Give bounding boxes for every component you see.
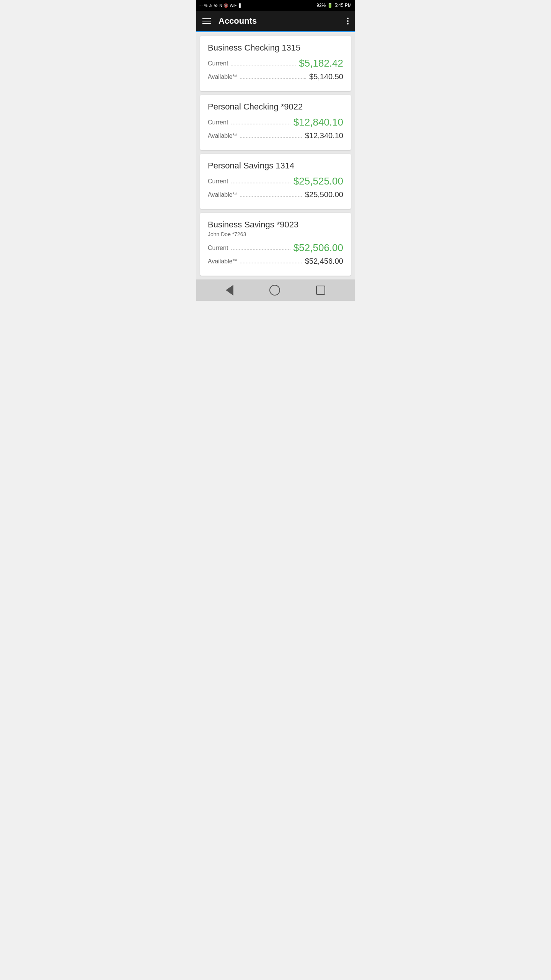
signal-icon: ▋ xyxy=(239,3,242,8)
available-balance-row-1: Available** $5,140.50 xyxy=(208,72,343,81)
available-dots-3 xyxy=(240,193,302,197)
more-options-button[interactable] xyxy=(347,18,349,24)
current-dots-3 xyxy=(231,180,290,183)
hamburger-menu-button[interactable] xyxy=(202,18,211,24)
current-balance-row-2: Current $12,840.10 xyxy=(208,116,343,128)
accounts-list: Business Checking 1315 Current $5,182.42… xyxy=(196,32,355,279)
more-dot-3 xyxy=(347,23,349,24)
available-dots-2 xyxy=(240,134,302,138)
current-label-1: Current xyxy=(208,60,228,67)
home-icon xyxy=(269,285,280,296)
account-name-4: Business Savings *9023 xyxy=(208,220,343,230)
current-balance-row-3: Current $25,525.00 xyxy=(208,175,343,187)
account-card-3[interactable]: Personal Savings 1314 Current $25,525.00… xyxy=(200,154,351,209)
current-label-4: Current xyxy=(208,245,228,252)
available-amount-3: $25,500.00 xyxy=(305,190,343,199)
battery-percentage: 92% xyxy=(316,3,326,8)
account-card-4[interactable]: Business Savings *9023 John Doe *7263 Cu… xyxy=(200,213,351,276)
account-card-2[interactable]: Personal Checking *9022 Current $12,840.… xyxy=(200,95,351,150)
available-label-2: Available** xyxy=(208,132,237,139)
account-card-1[interactable]: Business Checking 1315 Current $5,182.42… xyxy=(200,36,351,91)
current-label-3: Current xyxy=(208,178,228,185)
current-amount-1: $5,182.42 xyxy=(299,57,343,69)
mute-icon: 🔇 xyxy=(223,3,228,8)
back-button[interactable] xyxy=(223,282,236,299)
current-amount-2: $12,840.10 xyxy=(293,116,343,128)
account-name-2: Personal Checking *9022 xyxy=(208,102,343,112)
hamburger-line-1 xyxy=(202,18,211,19)
app-bar: Accounts xyxy=(196,11,355,32)
bluetooth-icon: ⦿ xyxy=(214,3,218,8)
current-balance-row-1: Current $5,182.42 xyxy=(208,57,343,69)
available-balance-row-3: Available** $25,500.00 xyxy=(208,190,343,199)
percent-icon: % xyxy=(204,3,207,8)
available-label-1: Available** xyxy=(208,74,237,80)
available-dots-4 xyxy=(240,260,302,263)
app-bar-left: Accounts xyxy=(202,16,257,26)
available-balance-row-4: Available** $52,456.00 xyxy=(208,257,343,266)
account-name-1: Business Checking 1315 xyxy=(208,43,343,53)
available-label-3: Available** xyxy=(208,191,237,198)
available-label-4: Available** xyxy=(208,258,237,265)
current-amount-3: $25,525.00 xyxy=(293,175,343,187)
available-amount-4: $52,456.00 xyxy=(305,257,343,266)
notification-icon: ··· xyxy=(199,3,202,8)
available-amount-2: $12,340.10 xyxy=(305,131,343,140)
current-dots-1 xyxy=(231,62,296,65)
current-dots-2 xyxy=(231,121,290,124)
current-dots-4 xyxy=(231,246,290,250)
status-bar-right: 92% 🔋 5:45 PM xyxy=(316,3,352,8)
hamburger-line-2 xyxy=(202,21,211,21)
available-balance-row-2: Available** $12,340.10 xyxy=(208,131,343,140)
bottom-navigation xyxy=(196,279,355,301)
status-bar-left: ··· % ⚠ ⦿ N 🔇 WiFi ▋ xyxy=(199,3,242,8)
account-sub-name-4: John Doe *7263 xyxy=(208,231,343,237)
account-name-3: Personal Savings 1314 xyxy=(208,161,343,171)
recents-icon xyxy=(316,286,325,295)
wifi-icon: WiFi xyxy=(230,3,237,8)
current-amount-4: $52,506.00 xyxy=(293,242,343,254)
warning-icon: ⚠ xyxy=(209,3,212,8)
status-bar: ··· % ⚠ ⦿ N 🔇 WiFi ▋ 92% 🔋 5:45 PM xyxy=(196,0,355,11)
time-display: 5:45 PM xyxy=(334,3,352,8)
current-balance-row-4: Current $52,506.00 xyxy=(208,242,343,254)
available-dots-1 xyxy=(240,75,306,79)
back-icon xyxy=(226,285,233,296)
recents-button[interactable] xyxy=(313,283,328,298)
hamburger-line-3 xyxy=(202,23,211,24)
current-label-2: Current xyxy=(208,119,228,126)
available-amount-1: $5,140.50 xyxy=(309,72,343,81)
nfc-icon: N xyxy=(219,3,222,8)
page-title: Accounts xyxy=(218,16,257,26)
battery-icon: 🔋 xyxy=(327,3,333,8)
home-button[interactable] xyxy=(266,282,283,299)
more-dot-2 xyxy=(347,20,349,22)
more-dot-1 xyxy=(347,18,349,19)
